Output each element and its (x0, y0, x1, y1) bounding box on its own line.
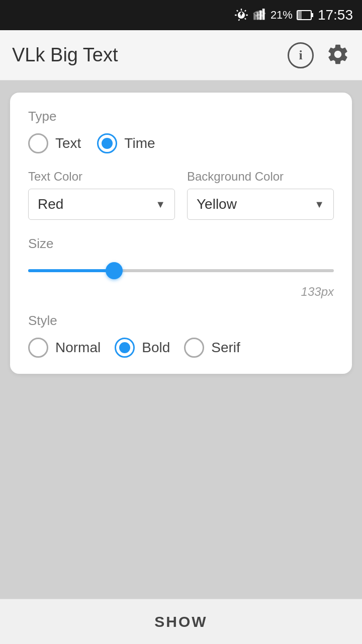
type-label: Type (28, 109, 334, 124)
info-icon: i (299, 48, 302, 63)
settings-card: Type Text Time Text Color Red ▼ (10, 93, 352, 374)
slider-thumb[interactable] (106, 262, 123, 279)
size-label: Size (28, 236, 334, 252)
style-radio-group: Normal Bold Serif (28, 338, 334, 358)
radio-bold-inner (119, 342, 130, 353)
bg-color-label: Background Color (187, 170, 334, 184)
radio-time-outer (97, 133, 117, 153)
slider-fill (28, 269, 114, 272)
alarm-icon (234, 8, 248, 22)
color-row: Text Color Red ▼ Background Color Yellow… (28, 170, 334, 220)
info-button[interactable]: i (288, 42, 314, 68)
size-slider[interactable] (28, 261, 334, 281)
style-section: Style Normal Bold Serif (28, 313, 334, 358)
radio-time-label: Time (124, 135, 155, 151)
status-bar: 21% 17:53 (0, 0, 362, 30)
radio-normal[interactable]: Normal (28, 338, 101, 358)
battery-icon (297, 9, 314, 21)
radio-text[interactable]: Text (28, 133, 81, 153)
text-color-arrow: ▼ (155, 199, 165, 210)
bg-color-value: Yellow (197, 196, 237, 212)
bg-color-arrow: ▼ (314, 199, 324, 210)
main-content: Type Text Time Text Color Red ▼ (0, 80, 362, 386)
radio-time[interactable]: Time (97, 133, 155, 153)
settings-button[interactable] (326, 42, 350, 68)
text-color-group: Text Color Red ▼ (28, 170, 175, 220)
size-section: Size 133px (28, 236, 334, 299)
app-bar: VLk Big Text i (0, 30, 362, 80)
bg-color-group: Background Color Yellow ▼ (187, 170, 334, 220)
radio-serif-outer (184, 338, 204, 358)
text-color-dropdown[interactable]: Red ▼ (28, 189, 175, 220)
text-color-label: Text Color (28, 170, 175, 184)
svg-rect-1 (256, 12, 259, 20)
app-bar-actions: i (288, 42, 350, 68)
radio-bold[interactable]: Bold (115, 338, 170, 358)
radio-time-inner (102, 138, 113, 149)
status-icons: 21% 17:53 (234, 7, 353, 23)
signal-icon (252, 8, 266, 22)
radio-normal-outer (28, 338, 48, 358)
svg-rect-0 (253, 14, 256, 20)
text-color-value: Red (38, 196, 63, 212)
radio-normal-label: Normal (55, 340, 101, 356)
battery-percent: 21% (270, 9, 293, 22)
status-time: 17:53 (318, 7, 353, 23)
radio-bold-label: Bold (142, 340, 170, 356)
svg-rect-2 (259, 11, 262, 20)
radio-serif-label: Serif (211, 340, 240, 356)
bg-color-dropdown[interactable]: Yellow ▼ (187, 189, 334, 220)
svg-rect-5 (311, 13, 313, 17)
app-title: VLk Big Text (12, 44, 118, 66)
show-button[interactable]: SHOW (0, 599, 362, 644)
type-radio-group: Text Time (28, 133, 334, 153)
settings-icon (326, 42, 350, 66)
radio-serif[interactable]: Serif (184, 338, 240, 358)
style-label: Style (28, 313, 334, 329)
radio-bold-outer (115, 338, 135, 358)
size-value: 133px (28, 285, 334, 299)
radio-text-outer (28, 133, 48, 153)
radio-text-label: Text (55, 135, 81, 151)
svg-rect-3 (262, 9, 265, 20)
bottom-bar: SHOW (0, 599, 362, 644)
svg-rect-6 (298, 11, 302, 19)
